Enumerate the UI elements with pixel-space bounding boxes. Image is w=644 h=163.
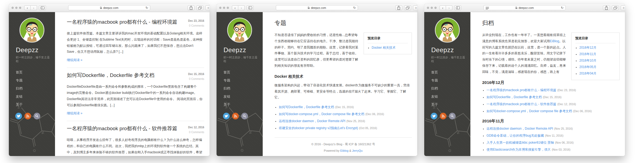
refresh-button[interactable]: ↻ bbox=[561, 6, 564, 10]
new-tab-button[interactable]: + bbox=[621, 5, 625, 10]
article-comments-link[interactable]: 0 Comments bbox=[188, 24, 204, 27]
new-tab-button[interactable]: + bbox=[205, 5, 210, 10]
twitter-icon[interactable] bbox=[431, 113, 437, 119]
toc-link-2016-10[interactable]: 2016年10月 bbox=[579, 59, 597, 62]
minimize-button[interactable] bbox=[15, 7, 17, 9]
sidebar-item-links[interactable]: 友链 bbox=[16, 93, 55, 101]
post-link[interactable]: 搭建安全的docker private registry v2指南(Let's … bbox=[279, 126, 358, 130]
post-link[interactable]: 远程连接docker daemon，Docker Remote API bbox=[486, 127, 553, 130]
zoom-button[interactable] bbox=[227, 7, 229, 9]
sidebar-toggle-button[interactable] bbox=[247, 5, 254, 10]
toc-link-docker[interactable]: Docker 相关技术 bbox=[372, 46, 396, 49]
toc-link-2016-11[interactable]: 2016年11月 bbox=[579, 52, 596, 56]
sidebar-item-topics[interactable]: 专题 bbox=[16, 76, 55, 84]
page-title: 专题 bbox=[275, 19, 412, 27]
toc-link-2016-12[interactable]: 2016年12月 bbox=[579, 46, 597, 49]
read-more-link[interactable]: 继续阅读 » bbox=[67, 111, 82, 116]
address-bar[interactable]: deepzz.com ↻ bbox=[484, 5, 566, 10]
twitter-icon[interactable] bbox=[15, 113, 22, 119]
sidebar-item-home[interactable]: 首页 bbox=[224, 68, 263, 76]
post-link[interactable]: 使用Elasticsearch作为本博客搜索引擎，强大 bbox=[486, 148, 551, 151]
refresh-button[interactable]: ↻ bbox=[353, 6, 356, 10]
post-link[interactable]: 入手人生第一款机械键盘ikbc poker61键位 茶轴 bbox=[486, 141, 554, 144]
article-meta: Dec 15, 2016 0 Comments bbox=[188, 72, 204, 80]
post-link[interactable]: 如何写Dockerfile，Dockerfile 参考文档 bbox=[486, 95, 542, 99]
blog-title[interactable]: Deepzz bbox=[431, 46, 470, 54]
avatar[interactable] bbox=[435, 17, 460, 43]
forward-button[interactable]: › bbox=[446, 5, 452, 10]
article-title[interactable]: 一名程序猿的macbook pro都有什么 - 软件推荐篇 bbox=[67, 125, 177, 132]
sidebar-item-about[interactable]: 关于 bbox=[16, 101, 55, 109]
share-button[interactable] bbox=[395, 5, 402, 10]
back-button[interactable]: ‹ bbox=[24, 5, 31, 10]
rss-icon[interactable] bbox=[232, 113, 239, 119]
post-link[interactable]: 如何写docker-compose.yml，Docker compose fil… bbox=[279, 112, 364, 116]
share-button[interactable] bbox=[603, 5, 610, 10]
eiblog-inline-link[interactable]: EiBlog bbox=[550, 39, 559, 43]
sidebar-toggle-button[interactable] bbox=[454, 5, 461, 10]
search-icon[interactable] bbox=[449, 113, 456, 119]
sidebar-item-home[interactable]: 首页 bbox=[431, 68, 470, 76]
address-bar[interactable]: deepzz.com ↻ bbox=[68, 5, 150, 10]
tabs-button[interactable] bbox=[612, 5, 619, 10]
twitter-icon[interactable] bbox=[223, 113, 230, 119]
search-icon[interactable] bbox=[34, 113, 40, 119]
close-button[interactable] bbox=[427, 7, 429, 9]
tabs-button[interactable] bbox=[404, 5, 411, 10]
toc-link-2016-04[interactable]: 2016年04月 bbox=[579, 72, 597, 75]
sidebar-item-about[interactable]: 关于 bbox=[224, 101, 263, 109]
panel-icon bbox=[41, 6, 45, 9]
post-link[interactable]: 如何写docker-compose.yml，Docker compose fil… bbox=[486, 109, 572, 113]
sidebar-item-archive[interactable]: 归档 bbox=[224, 84, 263, 93]
minimize-button[interactable] bbox=[223, 7, 225, 9]
rss-icon[interactable] bbox=[24, 113, 31, 119]
sidebar-toggle-button[interactable] bbox=[39, 5, 46, 10]
article-comments-link[interactable]: 0 Comments bbox=[188, 77, 204, 80]
share-button[interactable] bbox=[188, 5, 195, 10]
sidebar-item-topics[interactable]: 专题 bbox=[224, 76, 263, 84]
post-link[interactable]: GDB命令基础，让你的程序bug无处躲藏 bbox=[486, 134, 544, 137]
sidebar-item-links[interactable]: 友链 bbox=[431, 93, 470, 101]
blog-title[interactable]: Deepzz bbox=[224, 46, 263, 54]
twitter-bird-icon bbox=[17, 114, 20, 118]
post-link[interactable]: 远程连接docker daemon，Docker Remote API bbox=[279, 119, 345, 123]
site-footer: © 2016 - Deepzz's Blog - 蜀 ICP 备 1602136… bbox=[275, 137, 412, 152]
close-button[interactable] bbox=[12, 7, 14, 9]
zoom-button[interactable] bbox=[434, 7, 437, 9]
forward-button[interactable]: › bbox=[31, 5, 37, 10]
rss-icon[interactable] bbox=[440, 113, 447, 119]
sidebar-item-topics[interactable]: 专题 bbox=[431, 76, 470, 84]
avatar[interactable] bbox=[19, 17, 45, 43]
article-title[interactable]: 一名程序猿的macbook pro都有什么 - 编程环境篇 bbox=[67, 19, 177, 26]
list-item: 入手人生第一款机械键盘ikbc poker61键位 茶轴(Nov 06, 201… bbox=[486, 140, 620, 145]
eiblog-link[interactable]: Eiblog bbox=[340, 149, 349, 152]
back-button[interactable]: ‹ bbox=[440, 5, 446, 10]
read-more-link[interactable]: 继续阅读 » bbox=[67, 58, 82, 62]
article-comments-link[interactable]: 0 Comments bbox=[188, 131, 204, 134]
avatar[interactable] bbox=[227, 17, 252, 43]
reader-mode-icon[interactable] bbox=[486, 7, 489, 9]
jerryqu-link[interactable]: JerryQu bbox=[352, 149, 363, 152]
blog-title[interactable]: Deepzz bbox=[16, 46, 55, 54]
address-bar[interactable]: deepzz.com ↻ bbox=[276, 5, 358, 10]
post-link[interactable]: 如何写Dockerfile，Dockerfile 参考文档 bbox=[279, 105, 334, 109]
minimize-button[interactable] bbox=[431, 7, 433, 9]
sidebar-item-links[interactable]: 友链 bbox=[224, 93, 263, 101]
copyright-text: © 2016 - Deepzz's Blog - 蜀 ICP 备 1602136… bbox=[275, 142, 412, 146]
sidebar-item-archive[interactable]: 归档 bbox=[16, 84, 55, 93]
forward-button[interactable]: › bbox=[238, 5, 245, 10]
toc-link-2016-05[interactable]: 2016年05月 bbox=[579, 65, 597, 69]
sidebar-item-archive[interactable]: 归档 bbox=[431, 84, 470, 93]
zoom-button[interactable] bbox=[19, 7, 21, 9]
close-button[interactable] bbox=[219, 7, 221, 9]
sidebar-item-home[interactable]: 首页 bbox=[16, 68, 55, 76]
refresh-button[interactable]: ↻ bbox=[145, 6, 148, 10]
new-tab-button[interactable]: + bbox=[413, 5, 417, 10]
post-link[interactable]: 一名程序猿的macbook pro都有什么 - 编程环境篇 bbox=[486, 88, 556, 92]
article-title[interactable]: 如何写Dockerfile，Dockerfile 参考文档 bbox=[67, 72, 154, 79]
back-button[interactable]: ‹ bbox=[232, 5, 238, 10]
tabs-button[interactable] bbox=[196, 5, 203, 10]
search-icon[interactable] bbox=[241, 113, 248, 119]
sidebar-item-about[interactable]: 关于 bbox=[431, 101, 470, 109]
post-link[interactable]: 一名程序猿的macbook pro都有什么 - 软件推荐篇 bbox=[486, 102, 556, 106]
